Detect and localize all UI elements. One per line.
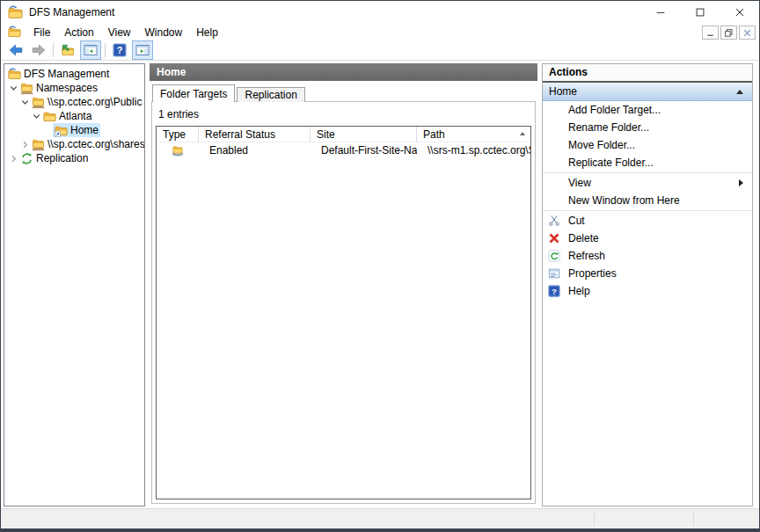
dfs-app-icon	[8, 68, 21, 81]
menu-action[interactable]: Action	[57, 25, 100, 40]
action-label: View	[568, 177, 591, 189]
entries-count-label: 1 entries	[152, 102, 535, 126]
menu-file[interactable]: File	[26, 25, 57, 40]
close-button[interactable]	[720, 1, 759, 24]
forward-button[interactable]	[28, 40, 49, 60]
tree-item-label: Home	[70, 124, 99, 136]
action-move-folder[interactable]: Move Folder...	[543, 136, 752, 154]
action-help[interactable]: ?Help	[543, 282, 752, 300]
column-header-type[interactable]: Type	[157, 127, 199, 142]
menu-help[interactable]: Help	[189, 25, 225, 40]
console-system-menu-icon[interactable]	[8, 26, 21, 39]
show-console-tree-button[interactable]	[80, 40, 101, 60]
column-header-path[interactable]: Path	[417, 127, 530, 142]
namespace-icon	[32, 138, 45, 151]
results-pane-header: Home	[150, 63, 537, 81]
mdi-close-icon	[742, 28, 752, 38]
mdi-minimize-button[interactable]	[702, 26, 719, 40]
column-header-site[interactable]: Site	[311, 127, 417, 142]
tree-item-replication[interactable]: Replication	[4, 151, 144, 165]
chevron-expanded-icon[interactable]	[32, 112, 41, 121]
minimize-button[interactable]	[640, 1, 680, 24]
action-label: New Window from Here	[568, 194, 680, 207]
actions-pane-title: Actions	[543, 64, 752, 83]
toolbar-separator	[105, 43, 106, 57]
status-bar	[1, 508, 759, 528]
menu-window[interactable]: Window	[138, 25, 190, 40]
tree-item-dfs-management[interactable]: DFS Management	[4, 67, 144, 81]
chevron-expanded-icon[interactable]	[20, 98, 30, 107]
action-add-folder-target[interactable]: Add Folder Target...	[543, 101, 752, 119]
toolbar-separator	[53, 43, 54, 57]
help-box-icon: ?	[548, 285, 560, 297]
caption-maximize-icon	[694, 6, 706, 18]
actions-section-header-home[interactable]: Home	[543, 83, 752, 101]
tab-replication[interactable]: Replication	[237, 87, 304, 102]
title-bar: DFS Management	[1, 1, 759, 24]
cut-icon	[548, 215, 560, 227]
action-view[interactable]: View	[543, 174, 752, 192]
icon-placeholder	[548, 139, 560, 151]
action-label: Rename Folder...	[568, 121, 649, 134]
main-area: DFS ManagementNamespaces\\sp.cctec.org\P…	[1, 61, 759, 509]
tree-item-label: \\sp.cctec.org\shares	[48, 138, 145, 150]
mdi-restore-icon	[724, 28, 734, 38]
tree-item-atlanta[interactable]: Atlanta	[4, 109, 144, 123]
action-new-window-from-here[interactable]: New Window from Here	[543, 192, 752, 209]
cell-site: Default-First-Site-Name	[311, 144, 417, 157]
back-button[interactable]	[5, 40, 26, 60]
show-action-pane-button[interactable]	[132, 40, 153, 60]
table-body: EnabledDefault-First-Site-Name\\srs-m1.s…	[157, 142, 530, 157]
chevron-collapsed-icon[interactable]	[20, 140, 30, 149]
collapse-section-icon[interactable]	[736, 90, 743, 94]
menu-view[interactable]: View	[101, 25, 138, 40]
submenu-arrow-icon	[739, 179, 743, 186]
column-header-label: Site	[317, 128, 335, 141]
column-header-referral-status[interactable]: Referral Status	[199, 127, 311, 142]
action-label: Help	[568, 285, 590, 297]
action-label: Cut	[568, 215, 585, 227]
action-replicate-folder[interactable]: Replicate Folder...	[543, 154, 752, 171]
up-one-level-icon	[61, 43, 75, 57]
tree-item-home[interactable]: Home	[4, 123, 144, 137]
actions-separator	[543, 210, 752, 211]
namespaces-icon	[20, 82, 33, 95]
table-row[interactable]: EnabledDefault-First-Site-Name\\srs-m1.s…	[157, 142, 530, 157]
menu-items: FileActionViewWindowHelp	[26, 25, 225, 40]
maximize-button[interactable]	[680, 1, 720, 24]
dfs-app-icon[interactable]	[8, 5, 23, 20]
tree-item-label: \\sp.cctec.org\Public	[48, 96, 142, 108]
icon-placeholder	[548, 194, 560, 207]
results-pane: Home Folder TargetsReplication 1 entries…	[150, 63, 537, 506]
icon-placeholder	[548, 104, 560, 116]
action-cut[interactable]: Cut	[543, 212, 752, 230]
mdi-restore-button[interactable]	[720, 26, 737, 40]
chevron-collapsed-icon[interactable]	[9, 154, 18, 164]
namespace-icon	[32, 96, 45, 109]
action-label: Add Folder Target...	[568, 104, 661, 116]
menu-bar: FileActionViewWindowHelp	[1, 24, 759, 40]
actions-section-label: Home	[549, 85, 577, 98]
up-one-level-button[interactable]	[57, 40, 78, 60]
mdi-close-button[interactable]	[739, 26, 756, 40]
tree-item-sp-cctec-org-public[interactable]: \\sp.cctec.org\Public	[4, 95, 144, 109]
icon-placeholder	[548, 121, 560, 134]
action-delete[interactable]: Delete	[543, 230, 752, 247]
sort-ascending-icon	[520, 132, 525, 135]
back-arrow-icon	[9, 43, 23, 57]
help-button[interactable]: ?	[109, 40, 130, 60]
action-refresh[interactable]: Refresh	[543, 247, 752, 265]
help-box-icon: ?	[113, 43, 127, 57]
action-rename-folder[interactable]: Rename Folder...	[543, 119, 752, 136]
action-properties[interactable]: Properties	[543, 265, 752, 282]
actions-separator	[543, 172, 752, 173]
console-tree-pane: DFS ManagementNamespaces\\sp.cctec.org\P…	[4, 63, 145, 506]
tab-folder-targets[interactable]: Folder Targets	[152, 84, 235, 102]
tree-item-sp-cctec-org-shares[interactable]: \\sp.cctec.org\shares	[4, 137, 144, 151]
chevron-expanded-icon[interactable]	[9, 84, 18, 93]
column-header-label: Path	[423, 128, 445, 141]
tree-item-namespaces[interactable]: Namespaces	[4, 81, 144, 95]
actions-list: Add Folder Target...Rename Folder...Move…	[543, 101, 752, 300]
status-bar-divider	[594, 512, 595, 526]
folder-targets-tab-page: 1 entries TypeReferral StatusSitePath En…	[151, 101, 536, 504]
